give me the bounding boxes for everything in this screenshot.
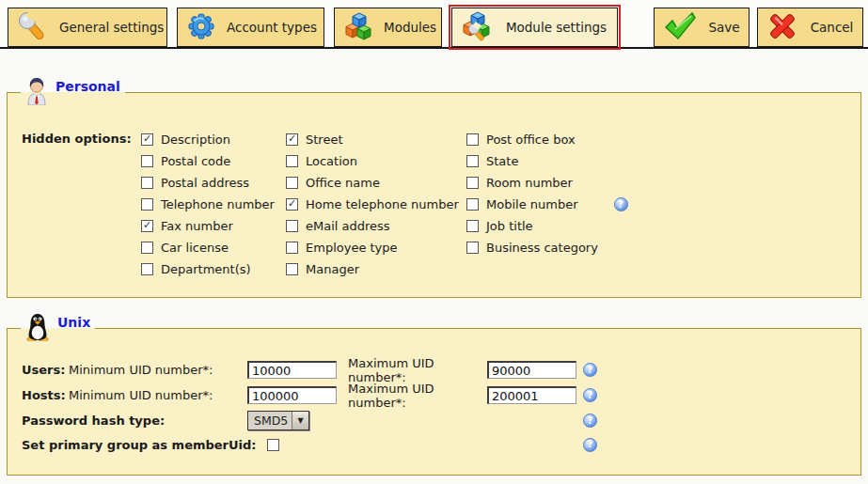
help-glyph: ? bbox=[588, 416, 593, 426]
max-uid-input[interactable] bbox=[487, 361, 576, 379]
penguin-icon bbox=[25, 313, 50, 344]
hidden-options-column-1: Description ? Postal code ? Postal addre… bbox=[141, 129, 286, 280]
hidden-option-checkbox[interactable] bbox=[141, 220, 153, 232]
hidden-option-checkbox[interactable] bbox=[466, 242, 479, 254]
hidden-options-row: Hidden options: Description ? Postal cod… bbox=[8, 106, 860, 297]
hidden-option-label: Mobile number bbox=[486, 197, 578, 211]
help-icon[interactable]: ? bbox=[583, 363, 597, 377]
hidden-option-label: Fax number bbox=[161, 219, 233, 233]
hidden-option-item: Postal address ? bbox=[141, 172, 286, 194]
tab-account-types[interactable]: Account types bbox=[177, 8, 324, 47]
tab-modules[interactable]: Modules bbox=[334, 8, 442, 47]
hidden-option-checkbox[interactable] bbox=[466, 133, 479, 146]
hidden-option-checkbox[interactable] bbox=[286, 242, 298, 254]
chevron-down-icon[interactable]: ▼ bbox=[292, 412, 308, 429]
hidden-option-checkbox[interactable] bbox=[466, 155, 479, 167]
chevron-glyph: ▼ bbox=[297, 416, 303, 425]
hidden-option-item: Manager ? bbox=[286, 258, 466, 280]
save-button[interactable]: Save bbox=[654, 8, 750, 47]
hidden-option-label: Postal address bbox=[161, 176, 249, 190]
hidden-option-item: Description ? bbox=[141, 129, 286, 150]
help-glyph: ? bbox=[618, 200, 623, 210]
hidden-option-checkbox[interactable] bbox=[286, 263, 298, 275]
hidden-option-checkbox[interactable] bbox=[141, 155, 153, 167]
tab-label: General settings bbox=[59, 20, 164, 35]
max-uid-label: Maximum UID number*: bbox=[348, 382, 487, 410]
hidden-option-item: State ? bbox=[466, 150, 628, 172]
hidden-options-grid: Description ? Postal code ? Postal addre… bbox=[141, 129, 628, 280]
person-icon bbox=[25, 77, 48, 108]
member-uid-row: Set primary group as memberUid: ? bbox=[22, 433, 860, 456]
hidden-option-item: Home telephone number ? bbox=[286, 194, 466, 215]
hidden-option-item: Job title ? bbox=[466, 215, 628, 237]
hidden-option-item: Office name ? bbox=[286, 172, 466, 194]
hidden-options-column-2: Street ? Location ? Office name ? Home t… bbox=[286, 129, 466, 280]
password-hash-value: SMD5 bbox=[248, 414, 292, 428]
hidden-options-label: Hidden options: bbox=[22, 129, 141, 280]
help-icon[interactable]: ? bbox=[614, 197, 628, 211]
hidden-option-item: Business category ? bbox=[466, 237, 628, 258]
password-hash-row: Password hash type: SMD5 ▼ ? bbox=[22, 408, 860, 433]
min-uid-input[interactable] bbox=[247, 386, 337, 404]
tab-general-settings[interactable]: General settings bbox=[8, 8, 167, 47]
hidden-option-checkbox[interactable] bbox=[466, 177, 479, 189]
max-uid-input[interactable] bbox=[487, 386, 576, 404]
wrench-icon bbox=[17, 10, 49, 45]
checkmark-icon bbox=[663, 11, 697, 44]
hidden-option-label: Postal code bbox=[161, 154, 230, 168]
gear-icon bbox=[186, 11, 216, 44]
min-uid-label: Minimum UID number*: bbox=[69, 388, 247, 402]
hidden-option-item: Post office box ? bbox=[466, 129, 628, 150]
hidden-option-label: Department(s) bbox=[161, 262, 251, 276]
hidden-option-checkbox[interactable] bbox=[286, 133, 298, 146]
unix-legend: Unix bbox=[21, 314, 95, 342]
hidden-option-label: Location bbox=[306, 154, 357, 168]
cubes-icon bbox=[343, 10, 373, 45]
hidden-option-label: Room number bbox=[486, 176, 573, 190]
hidden-option-checkbox[interactable] bbox=[286, 177, 298, 189]
hidden-option-checkbox[interactable] bbox=[286, 220, 298, 232]
tab-label: Account types bbox=[227, 20, 317, 35]
hidden-option-checkbox[interactable] bbox=[141, 198, 153, 211]
hidden-option-item: Department(s) ? bbox=[141, 258, 286, 280]
x-icon bbox=[766, 10, 798, 45]
hidden-option-checkbox[interactable] bbox=[286, 155, 298, 167]
cancel-button[interactable]: Cancel bbox=[757, 8, 863, 47]
help-icon[interactable]: ? bbox=[583, 414, 597, 428]
help-glyph: ? bbox=[588, 391, 593, 400]
tab-bar: General settings Account types Modules bbox=[0, 0, 868, 49]
hidden-option-checkbox[interactable] bbox=[466, 220, 479, 232]
hidden-option-item: Location ? bbox=[286, 150, 466, 172]
hidden-option-item: Room number ? bbox=[466, 172, 628, 194]
hidden-option-item: Fax number ? bbox=[141, 215, 286, 237]
uid-range-row: Users: Minimum UID number*: Maximum UID … bbox=[22, 357, 860, 383]
help-glyph: ? bbox=[588, 366, 593, 375]
personal-legend-label: Personal bbox=[55, 79, 120, 94]
password-hash-select[interactable]: SMD5 ▼ bbox=[247, 411, 309, 430]
hidden-option-checkbox[interactable] bbox=[141, 263, 153, 275]
unix-section: Unix Users: Minimum UID number*: Maximum… bbox=[7, 314, 861, 476]
hidden-option-item: eMail address ? bbox=[286, 215, 466, 237]
min-uid-input[interactable] bbox=[247, 361, 337, 379]
tab-module-settings[interactable]: Module settings bbox=[451, 8, 618, 47]
hidden-option-label: Telephone number bbox=[161, 197, 275, 211]
help-glyph: ? bbox=[588, 440, 593, 449]
help-icon[interactable]: ? bbox=[583, 438, 597, 452]
hidden-option-label: Home telephone number bbox=[306, 197, 459, 211]
help-icon[interactable]: ? bbox=[583, 388, 597, 402]
personal-legend: Personal bbox=[21, 78, 125, 106]
hidden-option-label: Employee type bbox=[306, 241, 398, 255]
hidden-option-item: Mobile number ? bbox=[466, 194, 628, 215]
hidden-option-checkbox[interactable] bbox=[141, 133, 153, 146]
hidden-option-checkbox[interactable] bbox=[286, 198, 298, 211]
personal-section: Personal Hidden options: Description ? P… bbox=[7, 78, 861, 298]
member-uid-label: Set primary group as memberUid: bbox=[22, 438, 257, 452]
unix-legend-label: Unix bbox=[57, 315, 90, 330]
hidden-option-checkbox[interactable] bbox=[466, 198, 479, 211]
member-uid-checkbox[interactable] bbox=[267, 439, 279, 451]
hidden-option-checkbox[interactable] bbox=[141, 242, 153, 254]
hidden-option-checkbox[interactable] bbox=[141, 177, 153, 189]
hidden-option-item: Telephone number ? bbox=[141, 194, 286, 215]
hidden-option-label: eMail address bbox=[306, 219, 390, 233]
hidden-option-label: Business category bbox=[486, 241, 598, 255]
